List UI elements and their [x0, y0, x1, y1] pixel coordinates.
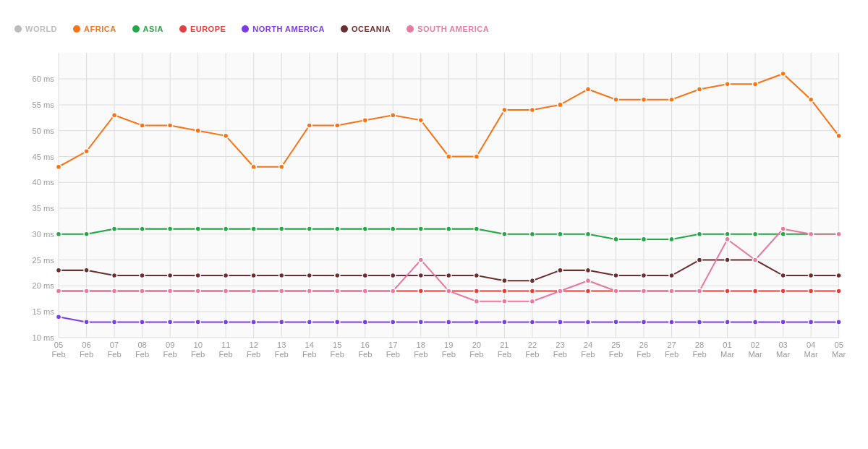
- svg-point-243: [529, 278, 535, 283]
- svg-point-144: [195, 226, 200, 231]
- svg-point-255: [56, 288, 61, 294]
- svg-point-157: [558, 231, 563, 236]
- svg-point-245: [585, 268, 590, 273]
- svg-text:Mar: Mar: [804, 350, 819, 359]
- svg-point-143: [168, 226, 173, 231]
- svg-point-207: [335, 320, 340, 325]
- svg-text:10: 10: [193, 341, 202, 349]
- svg-point-132: [669, 97, 674, 102]
- svg-point-230: [168, 273, 173, 278]
- svg-text:Feb: Feb: [692, 350, 706, 359]
- svg-point-235: [307, 273, 312, 278]
- svg-text:13: 13: [277, 341, 286, 349]
- legend-item-world: WORLD: [14, 25, 57, 33]
- svg-point-217: [613, 320, 618, 325]
- svg-point-185: [529, 288, 535, 294]
- svg-point-184: [502, 288, 507, 294]
- svg-point-193: [753, 288, 758, 294]
- svg-point-272: [529, 299, 535, 304]
- svg-text:06: 06: [82, 341, 90, 349]
- svg-point-163: [725, 231, 730, 236]
- svg-point-111: [84, 149, 89, 154]
- svg-text:45 ms: 45 ms: [33, 153, 55, 161]
- svg-point-200: [140, 320, 145, 325]
- svg-point-164: [753, 231, 758, 236]
- svg-point-232: [224, 273, 229, 278]
- svg-point-224: [809, 320, 814, 325]
- svg-text:30 ms: 30 ms: [33, 230, 55, 239]
- svg-point-116: [224, 133, 229, 138]
- svg-text:Feb: Feb: [163, 350, 177, 359]
- svg-point-203: [224, 320, 229, 325]
- svg-point-212: [474, 320, 479, 325]
- svg-text:Feb: Feb: [358, 350, 372, 359]
- svg-point-247: [641, 273, 646, 278]
- svg-text:20: 20: [472, 341, 481, 349]
- svg-point-202: [195, 320, 200, 325]
- svg-point-122: [391, 113, 396, 118]
- svg-point-114: [168, 123, 173, 128]
- svg-point-231: [195, 273, 200, 278]
- svg-text:Feb: Feb: [191, 350, 205, 359]
- svg-point-221: [725, 320, 730, 325]
- svg-point-253: [809, 273, 814, 278]
- svg-point-265: [335, 288, 340, 294]
- svg-text:20 ms: 20 ms: [33, 281, 55, 290]
- svg-point-261: [224, 288, 229, 294]
- svg-point-205: [279, 320, 284, 325]
- svg-point-115: [195, 128, 200, 133]
- svg-text:22: 22: [528, 341, 537, 349]
- svg-point-210: [418, 320, 423, 325]
- svg-point-113: [140, 123, 145, 128]
- svg-point-142: [140, 226, 145, 231]
- svg-text:11: 11: [221, 341, 230, 349]
- svg-point-183: [474, 288, 479, 294]
- svg-point-220: [697, 320, 702, 325]
- svg-text:55 ms: 55 ms: [33, 101, 55, 109]
- svg-point-237: [362, 273, 367, 278]
- svg-text:Feb: Feb: [553, 350, 567, 359]
- svg-point-268: [418, 257, 423, 262]
- svg-text:21: 21: [500, 341, 509, 349]
- svg-point-279: [725, 236, 730, 241]
- svg-text:08: 08: [137, 341, 146, 349]
- svg-text:Feb: Feb: [51, 350, 65, 359]
- svg-point-280: [753, 257, 758, 262]
- svg-point-110: [56, 164, 61, 169]
- svg-text:Feb: Feb: [247, 350, 260, 359]
- svg-text:Feb: Feb: [665, 350, 678, 359]
- svg-point-136: [780, 71, 786, 76]
- svg-point-124: [446, 154, 451, 159]
- svg-text:01: 01: [723, 341, 731, 349]
- svg-point-238: [391, 273, 396, 278]
- svg-text:Feb: Feb: [581, 350, 595, 359]
- svg-text:Mar: Mar: [748, 350, 762, 359]
- svg-text:23: 23: [556, 341, 564, 349]
- svg-point-198: [84, 320, 89, 325]
- legend-item-north-america: NORTH AMERICA: [242, 25, 325, 33]
- svg-point-271: [502, 299, 507, 304]
- svg-point-248: [669, 273, 674, 278]
- svg-point-258: [140, 288, 145, 294]
- svg-text:25: 25: [611, 341, 620, 349]
- svg-point-223: [780, 320, 786, 325]
- svg-text:Feb: Feb: [637, 350, 650, 359]
- svg-point-158: [585, 231, 590, 236]
- svg-point-149: [335, 226, 340, 231]
- svg-point-278: [697, 288, 702, 294]
- svg-point-197: [56, 315, 61, 320]
- svg-point-249: [697, 257, 702, 262]
- svg-text:Mar: Mar: [776, 350, 791, 359]
- svg-text:07: 07: [110, 341, 119, 349]
- svg-point-120: [335, 123, 340, 128]
- svg-text:Feb: Feb: [442, 350, 456, 359]
- svg-point-153: [446, 226, 451, 231]
- svg-point-121: [362, 118, 367, 123]
- svg-point-130: [613, 97, 618, 102]
- svg-point-283: [836, 231, 841, 236]
- svg-point-204: [251, 320, 256, 325]
- svg-text:19: 19: [444, 341, 453, 349]
- legend-item-south-america: SOUTH AMERICA: [407, 25, 489, 33]
- svg-text:04: 04: [807, 341, 815, 349]
- svg-text:15: 15: [333, 341, 341, 349]
